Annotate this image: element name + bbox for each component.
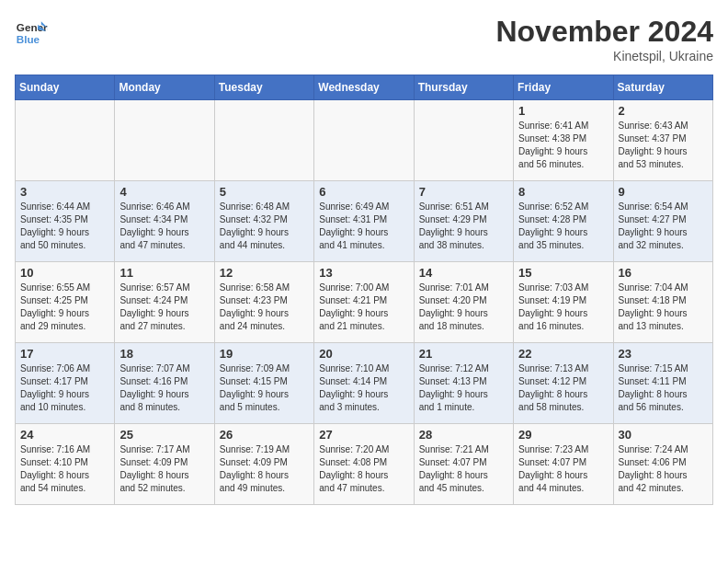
header-cell-tuesday: Tuesday <box>214 75 313 100</box>
day-cell: 27Sunrise: 7:20 AM Sunset: 4:08 PM Dayli… <box>314 424 414 505</box>
day-cell: 3Sunrise: 6:44 AM Sunset: 4:35 PM Daylig… <box>16 181 115 262</box>
day-cell: 14Sunrise: 7:01 AM Sunset: 4:20 PM Dayli… <box>414 262 513 343</box>
day-info: Sunrise: 7:16 AM Sunset: 4:10 PM Dayligh… <box>20 443 109 495</box>
header-cell-saturday: Saturday <box>613 75 712 100</box>
day-info: Sunrise: 7:24 AM Sunset: 4:06 PM Dayligh… <box>619 443 708 495</box>
calendar-body: 1Sunrise: 6:41 AM Sunset: 4:38 PM Daylig… <box>16 100 713 505</box>
logo: General Blue <box>15 15 48 48</box>
day-cell: 4Sunrise: 6:46 AM Sunset: 4:34 PM Daylig… <box>115 181 214 262</box>
day-cell: 6Sunrise: 6:49 AM Sunset: 4:31 PM Daylig… <box>314 181 414 262</box>
header-cell-sunday: Sunday <box>16 75 115 100</box>
day-info: Sunrise: 7:10 AM Sunset: 4:14 PM Dayligh… <box>319 362 408 414</box>
day-info: Sunrise: 6:44 AM Sunset: 4:35 PM Dayligh… <box>20 201 109 252</box>
day-number: 1 <box>518 104 608 118</box>
day-cell: 8Sunrise: 6:52 AM Sunset: 4:28 PM Daylig… <box>514 181 613 262</box>
day-cell: 20Sunrise: 7:10 AM Sunset: 4:14 PM Dayli… <box>314 343 414 424</box>
day-info: Sunrise: 7:17 AM Sunset: 4:09 PM Dayligh… <box>119 443 209 495</box>
day-cell: 15Sunrise: 7:03 AM Sunset: 4:19 PM Dayli… <box>514 262 613 343</box>
day-number: 12 <box>220 266 309 280</box>
day-info: Sunrise: 7:13 AM Sunset: 4:12 PM Dayligh… <box>518 362 608 414</box>
day-info: Sunrise: 6:55 AM Sunset: 4:25 PM Dayligh… <box>20 282 109 333</box>
day-number: 7 <box>419 185 508 199</box>
day-info: Sunrise: 6:58 AM Sunset: 4:23 PM Dayligh… <box>220 282 309 333</box>
header-cell-thursday: Thursday <box>414 75 513 100</box>
day-cell: 10Sunrise: 6:55 AM Sunset: 4:25 PM Dayli… <box>16 262 115 343</box>
day-number: 5 <box>220 185 309 199</box>
day-number: 11 <box>119 266 209 280</box>
day-cell: 18Sunrise: 7:07 AM Sunset: 4:16 PM Dayli… <box>115 343 214 424</box>
day-info: Sunrise: 6:57 AM Sunset: 4:24 PM Dayligh… <box>119 282 209 333</box>
day-cell: 25Sunrise: 7:17 AM Sunset: 4:09 PM Dayli… <box>115 424 214 505</box>
day-number: 17 <box>20 347 109 361</box>
calendar-header-row: SundayMondayTuesdayWednesdayThursdayFrid… <box>16 75 713 100</box>
day-number: 20 <box>319 347 408 361</box>
day-number: 29 <box>518 428 608 442</box>
day-cell: 28Sunrise: 7:21 AM Sunset: 4:07 PM Dayli… <box>414 424 513 505</box>
week-row-3: 10Sunrise: 6:55 AM Sunset: 4:25 PM Dayli… <box>16 262 713 343</box>
day-number: 27 <box>319 428 408 442</box>
day-info: Sunrise: 6:43 AM Sunset: 4:37 PM Dayligh… <box>619 120 708 171</box>
day-info: Sunrise: 6:46 AM Sunset: 4:34 PM Dayligh… <box>119 201 209 252</box>
day-number: 8 <box>518 185 608 199</box>
day-cell: 23Sunrise: 7:15 AM Sunset: 4:11 PM Dayli… <box>613 343 712 424</box>
day-cell <box>16 100 115 181</box>
day-number: 19 <box>220 347 309 361</box>
day-number: 23 <box>619 347 708 361</box>
day-cell <box>214 100 313 181</box>
day-info: Sunrise: 7:15 AM Sunset: 4:11 PM Dayligh… <box>619 362 708 414</box>
day-number: 22 <box>518 347 608 361</box>
day-number: 28 <box>419 428 508 442</box>
day-cell <box>414 100 513 181</box>
day-info: Sunrise: 6:41 AM Sunset: 4:38 PM Dayligh… <box>518 120 608 171</box>
day-cell: 12Sunrise: 6:58 AM Sunset: 4:23 PM Dayli… <box>214 262 313 343</box>
day-number: 4 <box>119 185 209 199</box>
day-number: 15 <box>518 266 608 280</box>
day-cell: 26Sunrise: 7:19 AM Sunset: 4:09 PM Dayli… <box>214 424 313 505</box>
day-cell <box>115 100 214 181</box>
day-number: 26 <box>220 428 309 442</box>
day-number: 21 <box>419 347 508 361</box>
day-cell: 1Sunrise: 6:41 AM Sunset: 4:38 PM Daylig… <box>514 100 613 181</box>
day-cell <box>314 100 414 181</box>
day-cell: 19Sunrise: 7:09 AM Sunset: 4:15 PM Dayli… <box>214 343 313 424</box>
day-cell: 24Sunrise: 7:16 AM Sunset: 4:10 PM Dayli… <box>16 424 115 505</box>
day-number: 3 <box>20 185 109 199</box>
day-info: Sunrise: 7:20 AM Sunset: 4:08 PM Dayligh… <box>319 443 408 495</box>
calendar-table: SundayMondayTuesdayWednesdayThursdayFrid… <box>15 75 713 505</box>
day-number: 24 <box>20 428 109 442</box>
week-row-4: 17Sunrise: 7:06 AM Sunset: 4:17 PM Dayli… <box>16 343 713 424</box>
day-info: Sunrise: 6:54 AM Sunset: 4:27 PM Dayligh… <box>619 201 708 252</box>
day-info: Sunrise: 7:01 AM Sunset: 4:20 PM Dayligh… <box>419 282 508 333</box>
logo-icon: General Blue <box>15 15 48 48</box>
day-cell: 2Sunrise: 6:43 AM Sunset: 4:37 PM Daylig… <box>613 100 712 181</box>
week-row-1: 1Sunrise: 6:41 AM Sunset: 4:38 PM Daylig… <box>16 100 713 181</box>
day-cell: 29Sunrise: 7:23 AM Sunset: 4:07 PM Dayli… <box>514 424 613 505</box>
header-cell-friday: Friday <box>514 75 613 100</box>
day-info: Sunrise: 7:23 AM Sunset: 4:07 PM Dayligh… <box>518 443 608 495</box>
day-cell: 21Sunrise: 7:12 AM Sunset: 4:13 PM Dayli… <box>414 343 513 424</box>
svg-text:General: General <box>17 21 48 33</box>
header: General Blue November 2024 Kinetspil, Uk… <box>15 15 713 63</box>
day-number: 25 <box>119 428 209 442</box>
day-info: Sunrise: 6:48 AM Sunset: 4:32 PM Dayligh… <box>220 201 309 252</box>
week-row-5: 24Sunrise: 7:16 AM Sunset: 4:10 PM Dayli… <box>16 424 713 505</box>
day-cell: 17Sunrise: 7:06 AM Sunset: 4:17 PM Dayli… <box>16 343 115 424</box>
day-info: Sunrise: 7:07 AM Sunset: 4:16 PM Dayligh… <box>119 362 209 414</box>
day-cell: 22Sunrise: 7:13 AM Sunset: 4:12 PM Dayli… <box>514 343 613 424</box>
day-info: Sunrise: 6:51 AM Sunset: 4:29 PM Dayligh… <box>419 201 508 252</box>
day-info: Sunrise: 7:12 AM Sunset: 4:13 PM Dayligh… <box>419 362 508 414</box>
day-info: Sunrise: 7:19 AM Sunset: 4:09 PM Dayligh… <box>220 443 309 495</box>
svg-text:Blue: Blue <box>17 33 40 45</box>
day-cell: 30Sunrise: 7:24 AM Sunset: 4:06 PM Dayli… <box>613 424 712 505</box>
day-number: 18 <box>119 347 209 361</box>
day-info: Sunrise: 7:09 AM Sunset: 4:15 PM Dayligh… <box>220 362 309 414</box>
day-cell: 7Sunrise: 6:51 AM Sunset: 4:29 PM Daylig… <box>414 181 513 262</box>
day-cell: 11Sunrise: 6:57 AM Sunset: 4:24 PM Dayli… <box>115 262 214 343</box>
day-cell: 13Sunrise: 7:00 AM Sunset: 4:21 PM Dayli… <box>314 262 414 343</box>
location-subtitle: Kinetspil, Ukraine <box>495 49 713 63</box>
day-info: Sunrise: 7:06 AM Sunset: 4:17 PM Dayligh… <box>20 362 109 414</box>
day-number: 13 <box>319 266 408 280</box>
day-cell: 5Sunrise: 6:48 AM Sunset: 4:32 PM Daylig… <box>214 181 313 262</box>
day-info: Sunrise: 6:52 AM Sunset: 4:28 PM Dayligh… <box>518 201 608 252</box>
day-number: 16 <box>619 266 708 280</box>
